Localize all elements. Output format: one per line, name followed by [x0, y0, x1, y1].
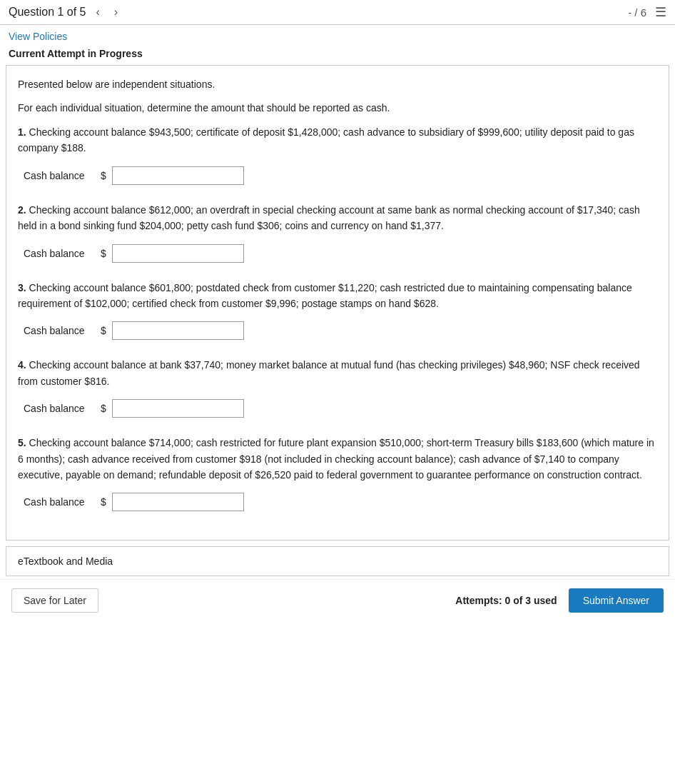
cash-label-3: Cash balance [24, 325, 95, 336]
dollar-sign-5: $ [101, 496, 106, 508]
header-right: - / 6 ☰ [628, 4, 666, 20]
cash-input-1[interactable] [112, 166, 244, 185]
question-number-5: 5. [18, 437, 26, 448]
footer-right: Attempts: 0 of 3 used Submit Answer [455, 588, 664, 613]
question-number-3: 3. [18, 282, 26, 293]
attempts-text: Attempts: 0 of 3 used [455, 595, 557, 606]
question-text-4: 4. Checking account balance at bank $37,… [18, 357, 657, 389]
question-body-4: Checking account balance at bank $37,740… [18, 359, 640, 386]
question-body-2: Checking account balance $612,000; an ov… [18, 204, 640, 231]
question-number-1: 1. [18, 126, 26, 138]
question-block-4: 4. Checking account balance at bank $37,… [18, 357, 657, 418]
cash-label-1: Cash balance [24, 170, 95, 181]
save-later-button[interactable]: Save for Later [11, 588, 98, 613]
cash-balance-row-3: Cash balance $ [24, 321, 657, 340]
question-block-2: 2. Checking account balance $612,000; an… [18, 202, 657, 263]
dollar-sign-3: $ [101, 325, 106, 336]
current-attempt-label: Current Attempt in Progress [0, 45, 675, 65]
cash-input-2[interactable] [112, 244, 244, 263]
cash-label-5: Cash balance [24, 496, 95, 508]
cash-label-2: Cash balance [24, 248, 95, 259]
view-policies-link[interactable]: View Policies [0, 25, 675, 45]
cash-balance-row-5: Cash balance $ [24, 493, 657, 511]
etextbook-label: eTextbook and Media [18, 556, 113, 567]
next-button[interactable]: › [110, 4, 122, 20]
question-text-1: 1. Checking account balance $943,500; ce… [18, 124, 657, 156]
question-counter: Question 1 of 5 [9, 6, 86, 19]
submit-button[interactable]: Submit Answer [569, 588, 664, 613]
question-body-3: Checking account balance $601,800; postd… [18, 282, 632, 309]
footer-bar: Save for Later Attempts: 0 of 3 used Sub… [0, 579, 675, 621]
question-number-4: 4. [18, 359, 26, 371]
score-display: - / 6 [628, 6, 646, 19]
intro-line2: For each individual situation, determine… [18, 101, 657, 116]
cash-balance-row-2: Cash balance $ [24, 244, 657, 263]
question-body-1: Checking account balance $943,500; certi… [18, 126, 634, 154]
dollar-sign-4: $ [101, 403, 106, 414]
cash-input-5[interactable] [112, 493, 244, 511]
list-icon[interactable]: ☰ [655, 4, 666, 20]
question-body-5: Checking account balance $714,000; cash … [18, 437, 654, 481]
prev-button[interactable]: ‹ [92, 4, 104, 20]
question-text-5: 5. Checking account balance $714,000; ca… [18, 435, 657, 483]
cash-input-3[interactable] [112, 321, 244, 340]
question-block-1: 1. Checking account balance $943,500; ce… [18, 124, 657, 185]
cash-input-4[interactable] [112, 399, 244, 418]
question-text-3: 3. Checking account balance $601,800; po… [18, 280, 657, 312]
question-block-5: 5. Checking account balance $714,000; ca… [18, 435, 657, 511]
dollar-sign-1: $ [101, 170, 106, 181]
cash-label-4: Cash balance [24, 403, 95, 414]
etextbook-bar: eTextbook and Media [6, 546, 669, 576]
intro-line1: Presented below are independent situatio… [18, 77, 657, 92]
dollar-sign-2: $ [101, 248, 106, 259]
question-block-3: 3. Checking account balance $601,800; po… [18, 280, 657, 341]
cash-balance-row-4: Cash balance $ [24, 399, 657, 418]
header-bar: Question 1 of 5 ‹ › - / 6 ☰ [0, 0, 675, 25]
header-left: Question 1 of 5 ‹ › [9, 4, 122, 20]
question-number-2: 2. [18, 204, 26, 216]
question-text-2: 2. Checking account balance $612,000; an… [18, 202, 657, 234]
cash-balance-row-1: Cash balance $ [24, 166, 657, 185]
content-area: Presented below are independent situatio… [6, 65, 669, 541]
